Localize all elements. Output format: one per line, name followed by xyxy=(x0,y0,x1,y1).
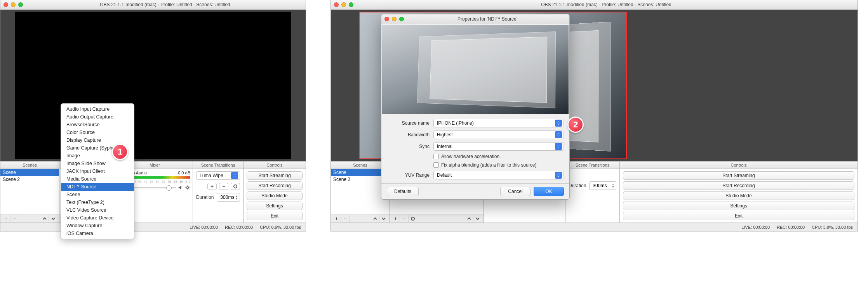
add-scene-button[interactable]: + xyxy=(332,215,341,222)
controls-panel: Controls Start Streaming Start Recording… xyxy=(244,162,306,223)
scene-up-button[interactable] xyxy=(371,215,379,222)
transition-add-button[interactable]: + xyxy=(207,183,217,190)
source-props-button[interactable] xyxy=(409,215,417,222)
speaker-icon[interactable] xyxy=(178,185,183,190)
close-icon[interactable] xyxy=(3,2,8,7)
svg-point-4 xyxy=(411,217,414,220)
zoom-icon[interactable] xyxy=(399,17,404,21)
hw-accel-checkbox[interactable] xyxy=(433,154,439,159)
settings-button[interactable]: Settings xyxy=(247,202,303,210)
status-live: LIVE: 00:00:00 xyxy=(741,225,770,230)
step-badge: 2 xyxy=(567,117,584,133)
studio-mode-button[interactable]: Studio Mode xyxy=(623,191,854,200)
source-name-value: IPHONE (iPhone) xyxy=(437,120,474,126)
minimize-icon[interactable] xyxy=(341,2,346,7)
transition-props-button[interactable] xyxy=(231,183,240,190)
status-cpu: CPU: 3.8%, 30.00 fps xyxy=(812,225,853,230)
status-bar: LIVE: 00:00:00 REC: 00:00:00 CPU: 0.9%, … xyxy=(0,223,306,231)
transition-remove-button[interactable]: − xyxy=(219,183,228,190)
zoom-icon[interactable] xyxy=(349,2,353,7)
menu-item[interactable]: Media Source xyxy=(61,175,134,183)
menu-item[interactable]: BrowserSource xyxy=(61,121,134,129)
bandwidth-label: Bandwidth xyxy=(408,132,430,137)
transitions-panel: Scene Transitions Luma Wipe + − Duration xyxy=(193,162,244,223)
menu-item[interactable]: Window Capture xyxy=(61,222,134,230)
transitions-panel: Scene Transitions Duration 300ms ▲▼ xyxy=(565,162,620,223)
source-up-button[interactable] xyxy=(465,215,473,222)
status-live: LIVE: 00:00:00 xyxy=(190,225,218,230)
menu-item[interactable]: Audio Input Capture xyxy=(61,105,134,113)
add-source-menu[interactable]: Audio Input CaptureAudio Output CaptureB… xyxy=(61,103,134,239)
start-recording-button[interactable]: Start Recording xyxy=(247,181,303,190)
menu-item[interactable]: Image Slide Show xyxy=(61,160,134,167)
menu-item[interactable]: Scene xyxy=(61,191,134,198)
duration-value: 300ms xyxy=(220,195,234,200)
cancel-button[interactable]: Cancel xyxy=(500,187,531,196)
menu-item[interactable]: iOS Camera xyxy=(61,230,134,237)
controls-panel: Controls Start Streaming Start Recording… xyxy=(620,162,858,223)
scene-item[interactable]: Scene 2 xyxy=(0,176,59,183)
remove-scene-button[interactable]: − xyxy=(10,215,19,222)
menu-item[interactable]: Text (FreeType 2) xyxy=(61,198,134,206)
defaults-button[interactable]: Defaults xyxy=(387,187,419,196)
window-title: OBS 21.1.1-modified (mac) - Profile: Unt… xyxy=(28,2,303,7)
preview-canvas[interactable] xyxy=(15,12,291,159)
studio-mode-button[interactable]: Studio Mode xyxy=(247,191,303,200)
status-cpu: CPU: 0.9%, 30.00 fps xyxy=(260,225,301,230)
start-streaming-button[interactable]: Start Streaming xyxy=(623,171,854,180)
remove-scene-button[interactable]: − xyxy=(341,215,350,222)
menu-item[interactable]: Video Capture Device xyxy=(61,214,134,222)
duration-stepper[interactable]: 300ms ▲▼ xyxy=(217,193,240,202)
source-down-button[interactable] xyxy=(473,215,482,222)
scene-up-button[interactable] xyxy=(40,215,49,222)
bandwidth-select[interactable]: Highest xyxy=(433,130,564,139)
scenes-list[interactable]: Scene Scene 2 xyxy=(0,169,59,214)
scenes-header: Scenes xyxy=(0,162,59,169)
duration-stepper[interactable]: 300ms ▲▼ xyxy=(589,181,616,190)
menu-item[interactable]: Display Capture xyxy=(61,136,134,144)
add-source-button[interactable]: + xyxy=(391,215,400,222)
sync-select[interactable]: Internal xyxy=(433,142,564,151)
window-titlebar[interactable]: OBS 21.1.1-modified (mac) - Profile: Unt… xyxy=(331,0,858,10)
source-name-label: Source name xyxy=(402,120,430,126)
menu-item[interactable]: JACK Input Client xyxy=(61,167,134,175)
transitions-header: Scene Transitions xyxy=(193,162,243,169)
minimize-icon[interactable] xyxy=(392,17,397,21)
scene-item[interactable]: Scene xyxy=(0,169,59,176)
sync-label: Sync xyxy=(419,144,430,149)
menu-item[interactable]: VLC Video Source xyxy=(61,206,134,214)
status-bar: LIVE: 00:00:00 REC: 00:00:00 CPU: 3.8%, … xyxy=(331,223,858,231)
zoom-icon[interactable] xyxy=(18,2,23,7)
menu-item[interactable]: NDI™ Source xyxy=(61,183,134,191)
obs-main-window: OBS 21.1.1-modified (mac) - Profile: Unt… xyxy=(0,0,306,231)
gear-icon[interactable] xyxy=(185,185,190,190)
ok-button[interactable]: OK xyxy=(534,187,564,196)
remove-source-button[interactable]: − xyxy=(400,215,409,222)
menu-item[interactable]: Color Source xyxy=(61,129,134,136)
yuv-select[interactable]: Default xyxy=(433,171,564,179)
chevron-updown-icon xyxy=(555,172,562,179)
exit-button[interactable]: Exit xyxy=(247,212,303,220)
fix-alpha-checkbox[interactable] xyxy=(433,162,439,168)
scene-down-button[interactable] xyxy=(379,215,388,222)
dialog-preview xyxy=(382,25,569,114)
source-name-select[interactable]: IPHONE (iPhone) xyxy=(433,119,564,127)
scene-down-button[interactable] xyxy=(49,215,57,222)
start-streaming-button[interactable]: Start Streaming xyxy=(247,171,303,180)
chevron-updown-icon xyxy=(555,120,562,127)
dialog-title: Properties for 'NDI™ Source' xyxy=(409,16,566,22)
step-badge: 1 xyxy=(112,144,128,160)
start-recording-button[interactable]: Start Recording xyxy=(623,181,854,190)
status-rec: REC: 00:00:00 xyxy=(777,225,805,230)
close-icon[interactable] xyxy=(334,2,339,7)
window-title: OBS 21.1.1-modified (mac) - Profile: Unt… xyxy=(358,2,854,7)
settings-button[interactable]: Settings xyxy=(623,202,854,210)
exit-button[interactable]: Exit xyxy=(623,212,854,220)
add-scene-button[interactable]: + xyxy=(2,215,10,222)
minimize-icon[interactable] xyxy=(11,2,16,7)
window-titlebar[interactable]: OBS 21.1.1-modified (mac) - Profile: Unt… xyxy=(0,0,306,10)
menu-item[interactable]: Audio Output Capture xyxy=(61,113,134,121)
close-icon[interactable] xyxy=(384,17,389,21)
transition-select[interactable]: Luma Wipe xyxy=(196,171,240,180)
mixer-level: 0.0 dB xyxy=(178,170,190,175)
